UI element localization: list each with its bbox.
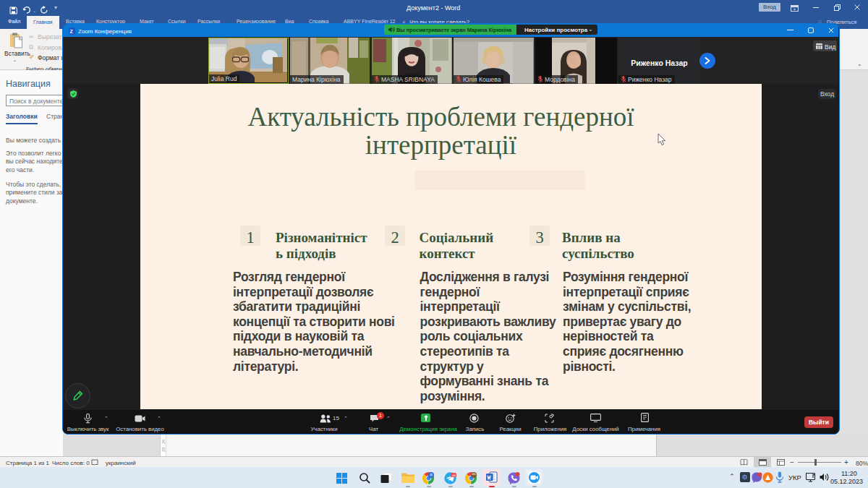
svg-text:.dd: .dd [451,474,456,477]
